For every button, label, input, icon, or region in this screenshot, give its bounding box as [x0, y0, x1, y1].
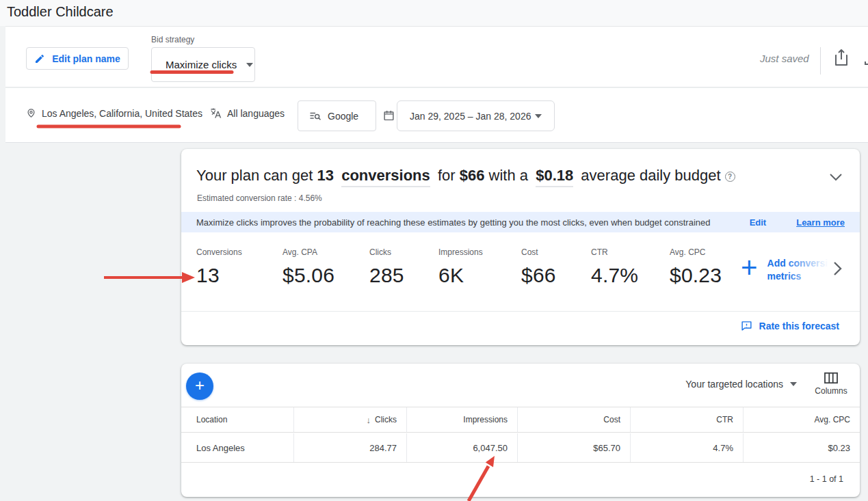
metric-value: $5.06: [282, 264, 334, 287]
edit-plan-name-label: Edit plan name: [52, 53, 120, 64]
metric-value: $66: [521, 264, 556, 287]
network-value: Google: [328, 111, 358, 122]
cell-clicks: 284.77: [294, 433, 407, 462]
cell-avg-cpc: $0.23: [744, 433, 860, 462]
rate-forecast-label: Rate this forecast: [759, 321, 839, 331]
metric-label: Clicks: [369, 247, 404, 257]
rate-forecast-link[interactable]: Rate this forecast: [741, 320, 839, 331]
location-pin-icon: [26, 107, 36, 119]
column-header-clicks[interactable]: ↓Clicks: [294, 407, 407, 432]
metric-label: Cost: [521, 247, 556, 257]
metric-value: $0.23: [670, 264, 722, 287]
chevron-down-icon: [790, 382, 797, 386]
column-header-cost[interactable]: Cost: [518, 407, 631, 432]
banner-edit-link[interactable]: Edit: [750, 217, 767, 228]
info-banner: Maximize clicks improves the probability…: [181, 212, 860, 232]
add-location-button[interactable]: +: [186, 373, 213, 400]
share-icon: [833, 49, 850, 66]
forecast-headline: Your plan can get 13 conversions for $66…: [196, 167, 735, 185]
table-scope-dropdown[interactable]: Your targeted locations: [685, 379, 797, 390]
conversion-rate-subline: Estimated conversion rate : 4.56%: [197, 193, 322, 203]
banner-learn-more-link[interactable]: Learn more: [796, 217, 845, 228]
add-metrics-label-line2: metrics: [767, 271, 802, 282]
column-header-ctr[interactable]: CTR: [631, 407, 744, 432]
columns-label: Columns: [812, 386, 850, 396]
download-icon: [863, 50, 868, 66]
feedback-icon: [741, 320, 752, 331]
metric-clicks: Clicks 285: [369, 247, 404, 287]
column-header-avg-cpc[interactable]: Avg. CPC: [744, 407, 860, 432]
forecast-card: Your plan can get 13 conversions for $66…: [181, 149, 860, 345]
plus-icon: +: [741, 256, 758, 280]
download-button[interactable]: [863, 50, 868, 66]
metric-impressions: Impressions 6K: [438, 247, 483, 287]
collapse-card-button[interactable]: [828, 172, 843, 182]
metric-value: 285: [369, 264, 404, 287]
cell-cost: $65.70: [518, 433, 631, 462]
pagination-status: 1 - 1 of 1: [810, 474, 843, 484]
location-filter[interactable]: Los Angeles, California, United States: [26, 107, 202, 119]
cell-ctr: 4.7%: [631, 433, 744, 462]
bid-strategy-dropdown[interactable]: Maximize clicks: [151, 47, 255, 82]
share-button[interactable]: [833, 49, 850, 66]
metric-avg-cpc: Avg. CPC $0.23: [670, 247, 722, 287]
columns-button[interactable]: Columns: [812, 372, 850, 396]
calendar-icon: [383, 109, 395, 122]
bid-strategy-label: Bid strategy: [151, 35, 194, 44]
help-icon[interactable]: ?: [725, 172, 735, 182]
headline-text: average daily budget: [581, 167, 720, 184]
network-selector[interactable]: Google: [298, 100, 376, 131]
headline-text: Your plan can get: [196, 167, 313, 184]
date-range-selector[interactable]: Jan 29, 2025 – Jan 28, 2026: [397, 100, 555, 131]
location-filter-value: Los Angeles, California, United States: [42, 108, 202, 119]
toolbar-divider: [820, 47, 821, 75]
metric-avg-cpa: Avg. CPA $5.06: [282, 247, 334, 287]
metric-ctr: CTR 4.7%: [591, 247, 638, 287]
headline-text: for: [438, 167, 456, 184]
metric-value: 6K: [438, 264, 483, 287]
column-header-location[interactable]: Location: [181, 407, 294, 432]
search-network-icon: [309, 111, 321, 121]
cell-impressions: 6,047.50: [407, 433, 518, 462]
page-header: Toddler Childcare: [0, 0, 868, 26]
sort-descending-icon: ↓: [367, 415, 371, 425]
toolbar: Edit plan name Bid strategy Maximize cli…: [5, 26, 868, 87]
metric-label: Conversions: [196, 247, 242, 257]
table-scope-value: Your targeted locations: [685, 379, 783, 390]
add-conversion-metrics-button[interactable]: + Add conversion metrics: [741, 256, 839, 283]
headline-text: with a: [489, 167, 528, 184]
column-header-impressions[interactable]: Impressions: [407, 407, 518, 432]
add-metrics-label-line1: Add conversion: [767, 258, 840, 269]
table-header-row: Location ↓Clicks Impressions Cost CTR Av…: [181, 407, 860, 433]
metric-value: 13: [196, 264, 242, 287]
headline-cost-value: $66: [460, 167, 485, 184]
metric-conversions: Conversions 13: [196, 247, 242, 287]
language-filter[interactable]: All languages: [210, 107, 285, 119]
scroll-metrics-right-button[interactable]: [833, 261, 842, 276]
save-status: Just saved: [760, 53, 809, 64]
translate-icon: [210, 107, 222, 119]
metric-label: Avg. CPC: [670, 247, 722, 257]
date-range-value: Jan 29, 2025 – Jan 28, 2026: [410, 111, 531, 122]
language-filter-value: All languages: [227, 108, 285, 119]
metric-label: Impressions: [438, 247, 483, 257]
locations-table-card: + Your targeted locations Columns Locati…: [181, 364, 860, 497]
metric-cost: Cost $66: [521, 247, 556, 287]
pencil-icon: [34, 53, 45, 64]
cell-location: Los Angeles: [181, 433, 294, 462]
columns-icon: [812, 372, 850, 384]
metric-value: 4.7%: [591, 264, 638, 287]
card-divider: [181, 311, 860, 312]
headline-conversions-term[interactable]: conversions: [341, 167, 430, 187]
page-title: Toddler Childcare: [7, 4, 114, 20]
chevron-down-icon: [535, 114, 542, 118]
edit-plan-name-button[interactable]: Edit plan name: [26, 47, 129, 70]
info-banner-text: Maximize clicks improves the probability…: [196, 217, 710, 228]
bid-strategy-value: Maximize clicks: [166, 59, 237, 70]
headline-conversions-value: 13: [317, 167, 334, 184]
filter-bar: Los Angeles, California, United States A…: [5, 88, 868, 143]
table-row[interactable]: Los Angeles 284.77 6,047.50 $65.70 4.7% …: [181, 433, 860, 463]
metric-label: Avg. CPA: [282, 247, 334, 257]
headline-budget-value[interactable]: $0.18: [536, 167, 573, 187]
metric-label: CTR: [591, 247, 638, 257]
